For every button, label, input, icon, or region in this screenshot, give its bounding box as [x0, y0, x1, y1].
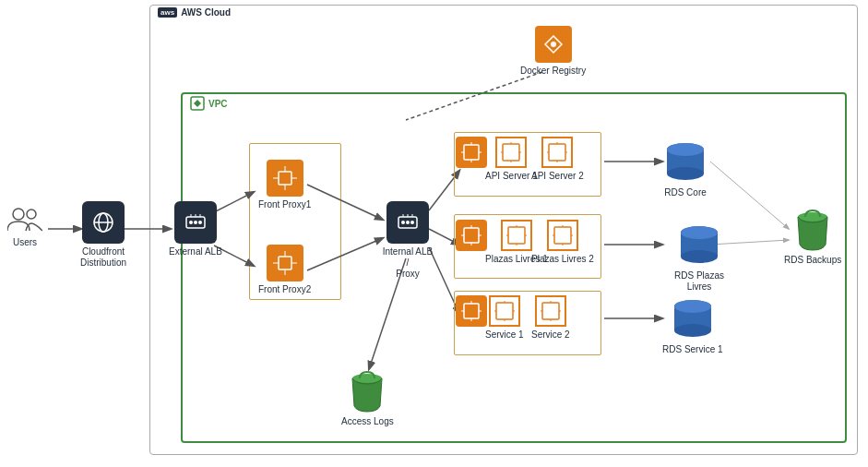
external-alb-icon — [174, 201, 217, 244]
api-server2-node: API Server 2 — [531, 137, 584, 182]
docker-symbol — [541, 32, 565, 56]
cloudfront-symbol — [90, 210, 116, 235]
front-proxy1-node: Front Proxy1 — [258, 160, 311, 210]
service1-node: Service 1 — [485, 295, 524, 341]
api-server2-label: API Server 2 — [531, 171, 584, 182]
front-proxy2-label: Front Proxy2 — [258, 284, 311, 295]
api-server1-label: API Server 1 — [485, 171, 538, 182]
service-left-symbol — [461, 301, 482, 321]
aws-cloud-text: AWS Cloud — [181, 7, 231, 18]
svg-rect-47 — [464, 145, 479, 160]
api-server1-symbol — [501, 142, 521, 162]
plazas2-symbol — [553, 225, 573, 245]
rds-core-label: RDS Core — [664, 187, 707, 198]
service2-node: Service 2 — [531, 295, 570, 341]
vpc-text: VPC — [208, 99, 228, 109]
rds-backups-icon — [792, 208, 833, 252]
svg-point-98 — [681, 250, 718, 263]
cloudfront-icon — [82, 201, 125, 244]
docker-registry-label: Docker Registry — [520, 66, 586, 77]
cloudfront-label: CloudfrontDistribution — [76, 246, 131, 269]
plazas-cluster-left-icon — [456, 220, 487, 251]
rds-service1-label: RDS Service 1 — [662, 344, 723, 355]
svg-point-17 — [13, 209, 24, 220]
aws-cloud-label: aws AWS Cloud — [158, 7, 231, 18]
svg-point-23 — [189, 221, 193, 224]
api-server2-icon — [541, 137, 573, 168]
access-logs-node: Access Logs — [341, 369, 394, 427]
rds-plazas-label: RDS Plazas Livres — [662, 270, 736, 293]
svg-point-41 — [406, 221, 410, 224]
service1-symbol — [494, 301, 515, 321]
svg-rect-57 — [549, 144, 565, 161]
svg-rect-82 — [496, 303, 513, 319]
svg-point-40 — [401, 221, 405, 224]
rds-service1-node: RDS Service 1 — [662, 295, 723, 355]
svg-point-42 — [410, 221, 414, 224]
access-logs-icon — [347, 369, 387, 413]
rds-backups-label: RDS Backups — [784, 255, 841, 266]
users-label: Users — [13, 237, 37, 248]
users-icon — [7, 205, 42, 234]
alb-symbol — [183, 210, 208, 235]
svg-point-25 — [198, 221, 202, 224]
api-cluster-left-icon — [456, 137, 487, 168]
svg-point-103 — [674, 300, 711, 313]
front-proxy2-node: Front Proxy2 — [258, 245, 311, 295]
service-cluster-left-icon — [456, 295, 487, 327]
svg-rect-29 — [279, 172, 291, 185]
plazas-cluster-left-node — [456, 220, 487, 251]
service1-icon — [489, 295, 520, 327]
api-cluster-left-node — [456, 137, 487, 168]
svg-rect-52 — [503, 144, 519, 161]
architecture-diagram: aws AWS Cloud VPC — [0, 0, 868, 467]
cloudfront-node: CloudfrontDistribution — [76, 201, 131, 269]
plazas-livres2-icon — [547, 220, 578, 251]
plazas-left-symbol — [461, 225, 482, 245]
service2-symbol — [541, 301, 561, 321]
svg-point-94 — [667, 167, 704, 180]
internal-alb-symbol — [395, 210, 421, 235]
service1-label: Service 1 — [485, 329, 524, 341]
docker-registry-node: Docker Registry — [520, 26, 586, 77]
service2-label: Service 2 — [531, 329, 570, 341]
svg-point-46 — [551, 42, 556, 47]
aws-badge: aws — [158, 7, 177, 18]
svg-point-95 — [667, 143, 704, 156]
external-alb-node: External ALB — [169, 201, 222, 257]
rds-backups-node: RDS Backups — [784, 208, 841, 266]
front-proxy1-icon — [267, 160, 303, 197]
svg-point-24 — [194, 221, 197, 224]
rds-service1-icon — [670, 295, 716, 341]
proxy2-symbol — [273, 251, 297, 275]
internal-alb-label: Internal ALB /Proxy — [380, 246, 435, 280]
external-alb-label: External ALB — [169, 246, 222, 257]
svg-point-102 — [674, 324, 711, 337]
internal-alb-icon — [386, 201, 429, 244]
svg-rect-77 — [464, 304, 479, 318]
proxy1-symbol — [273, 166, 297, 190]
rds-plazas-icon — [676, 222, 722, 268]
rds-plazas-node: RDS Plazas Livres — [662, 222, 736, 293]
plazas-livres2-label: Plazas Livres 2 — [531, 254, 594, 265]
svg-point-18 — [27, 210, 36, 219]
svg-rect-62 — [464, 228, 479, 243]
internal-alb-node: Internal ALB /Proxy — [380, 201, 435, 280]
plazas-livres2-node: Plazas Livres 2 — [531, 220, 594, 265]
rds-core-icon — [662, 138, 708, 185]
front-proxy2-icon — [267, 245, 303, 281]
plazas1-symbol — [506, 225, 527, 245]
service-cluster-left-node — [456, 295, 487, 327]
vpc-icon — [190, 96, 205, 111]
api-cluster-left-symbol — [461, 142, 482, 162]
service2-icon — [535, 295, 566, 327]
front-proxy1-label: Front Proxy1 — [258, 199, 311, 210]
rds-core-node: RDS Core — [662, 138, 708, 198]
svg-point-99 — [681, 226, 718, 239]
plazas-livres1-icon — [501, 220, 532, 251]
access-logs-label: Access Logs — [341, 416, 394, 427]
users-node: Users — [7, 205, 42, 248]
api-server1-icon — [495, 137, 527, 168]
api-server1-node: API Server 1 — [485, 137, 538, 182]
svg-rect-87 — [542, 303, 559, 319]
